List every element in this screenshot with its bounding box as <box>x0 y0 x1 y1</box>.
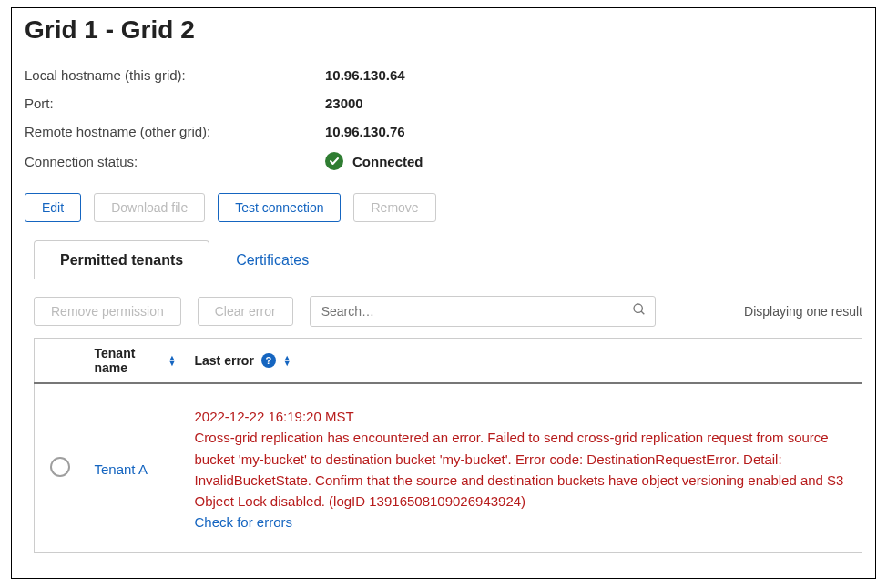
download-file-button: Download file <box>94 193 205 222</box>
error-message: Cross-grid replication has encountered a… <box>195 427 853 512</box>
svg-line-1 <box>641 311 644 314</box>
column-tenant-name: Tenant name <box>95 346 161 375</box>
edit-button[interactable]: Edit <box>25 193 81 222</box>
search-input[interactable] <box>310 296 656 327</box>
local-hostname-value: 10.96.130.64 <box>325 67 405 83</box>
tab-certificates[interactable]: Certificates <box>209 240 335 279</box>
table-row: Tenant A 2022-12-22 16:19:20 MST Cross-g… <box>35 383 862 552</box>
tab-permitted-tenants[interactable]: Permitted tenants <box>34 240 209 279</box>
sort-down-icon: ▼ <box>168 360 177 366</box>
remote-hostname-label: Remote hostname (other grid): <box>25 124 325 139</box>
column-last-error: Last error <box>195 353 254 368</box>
check-circle-icon <box>325 152 343 170</box>
search-icon <box>632 302 647 320</box>
error-timestamp: 2022-12-22 16:19:20 MST <box>195 406 853 427</box>
svg-point-0 <box>634 304 642 312</box>
tabs: Permitted tenants Certificates <box>34 240 862 279</box>
connection-status-value: Connected <box>352 154 423 169</box>
remove-button: Remove <box>353 193 435 222</box>
tenant-name-link[interactable]: Tenant A <box>95 461 148 477</box>
test-connection-button[interactable]: Test connection <box>218 193 341 222</box>
row-select-radio[interactable] <box>50 457 70 477</box>
tenants-table: Tenant name ▲ ▼ Last error ? <box>34 338 862 553</box>
connection-details: Local hostname (this grid): 10.96.130.64… <box>25 61 862 177</box>
result-count: Displaying one result <box>744 304 862 319</box>
tenants-toolbar: Remove permission Clear error Displaying… <box>34 296 862 327</box>
sort-down-icon: ▼ <box>283 360 291 366</box>
clear-error-button: Clear error <box>198 297 293 326</box>
sort-tenant-name[interactable]: ▲ ▼ <box>168 355 177 366</box>
remote-hostname-value: 10.96.130.76 <box>325 124 405 139</box>
port-label: Port: <box>25 96 325 111</box>
help-icon[interactable]: ? <box>261 353 276 368</box>
port-value: 23000 <box>325 96 363 111</box>
check-for-errors-link[interactable]: Check for errors <box>195 512 853 532</box>
page-title: Grid 1 - Grid 2 <box>25 15 862 45</box>
local-hostname-label: Local hostname (this grid): <box>25 67 325 83</box>
remove-permission-button: Remove permission <box>34 297 181 326</box>
action-buttons: Edit Download file Test connection Remov… <box>25 193 862 222</box>
sort-last-error[interactable]: ▲ ▼ <box>283 355 291 366</box>
connection-status-label: Connection status: <box>25 154 325 169</box>
